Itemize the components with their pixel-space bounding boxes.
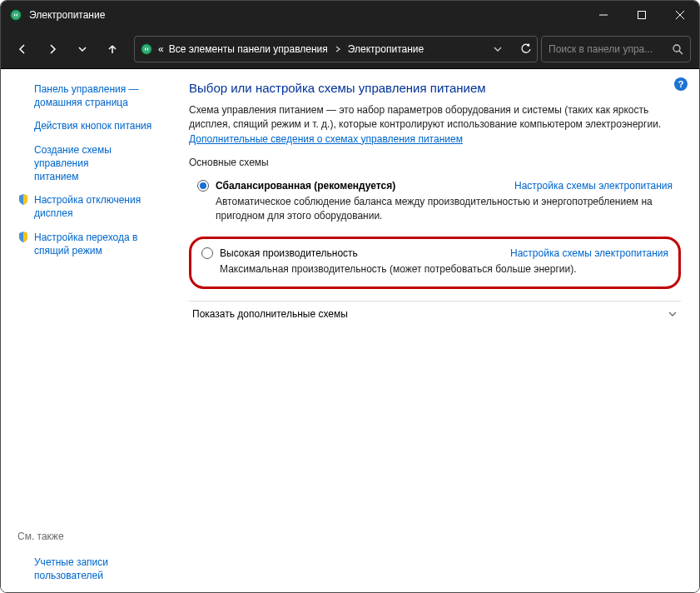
sidebar-label: Учетные записи bbox=[34, 556, 108, 568]
svg-rect-9 bbox=[147, 47, 148, 50]
titlebar: Электропитание bbox=[1, 1, 699, 29]
sidebar-label: питанием bbox=[34, 171, 79, 182]
sidebar-label: дисплея bbox=[34, 207, 72, 219]
minimize-button[interactable] bbox=[584, 1, 623, 29]
refresh-button[interactable] bbox=[520, 43, 532, 55]
up-button[interactable] bbox=[99, 36, 126, 62]
sidebar-label: Настройка отключения bbox=[34, 194, 141, 206]
chevron-down-icon bbox=[668, 309, 678, 319]
back-button[interactable] bbox=[9, 36, 36, 62]
address-bar[interactable]: « Все элементы панели управления Электро… bbox=[134, 36, 538, 62]
show-more-plans[interactable]: Показать дополнительные схемы bbox=[189, 301, 681, 326]
sidebar-label: Создание схемы управления bbox=[34, 144, 112, 169]
shield-icon bbox=[17, 231, 29, 243]
sidebar-label: домашняя страница bbox=[34, 97, 128, 108]
sidebar-label: пользователей bbox=[34, 570, 103, 581]
sidebar: Панель управления —домашняя страница Дей… bbox=[1, 69, 176, 592]
desc-text: Схема управления питанием — это набор па… bbox=[189, 104, 661, 130]
power-app-icon bbox=[140, 42, 153, 56]
sidebar-item-power-buttons[interactable]: Действия кнопок питания bbox=[17, 119, 166, 132]
svg-rect-8 bbox=[145, 47, 146, 50]
window-title: Электропитание bbox=[29, 9, 584, 21]
recent-dropdown[interactable] bbox=[69, 36, 96, 62]
search-input[interactable] bbox=[549, 43, 665, 55]
plan-description: Максимальная производительность (может п… bbox=[220, 262, 668, 277]
navigation-bar: « Все элементы панели управления Электро… bbox=[1, 29, 699, 69]
plan-balanced-radio[interactable] bbox=[197, 180, 209, 192]
expander-label: Показать дополнительные схемы bbox=[192, 308, 348, 320]
breadcrumb-part[interactable]: Все элементы панели управления bbox=[169, 43, 328, 55]
sidebar-home[interactable]: Панель управления —домашняя страница bbox=[17, 82, 166, 109]
plans-section-label: Основные схемы bbox=[189, 157, 681, 168]
sidebar-label: Панель управления — bbox=[34, 83, 139, 95]
search-box[interactable] bbox=[541, 36, 691, 62]
help-icon[interactable]: ? bbox=[674, 77, 688, 91]
main-pane: ? Выбор или настройка схемы управления п… bbox=[176, 69, 699, 592]
close-button[interactable] bbox=[661, 1, 699, 29]
breadcrumb-part[interactable]: Электропитание bbox=[348, 43, 424, 55]
search-icon[interactable] bbox=[672, 43, 683, 55]
learn-more-link[interactable]: Дополнительные сведения о схемах управле… bbox=[189, 133, 463, 145]
plan-name[interactable]: Высокая производительность bbox=[220, 247, 358, 259]
sidebar-label: Настройка перехода в bbox=[34, 232, 137, 243]
sidebar-item-create-plan[interactable]: Создание схемы управленияпитанием bbox=[17, 143, 166, 184]
shield-icon bbox=[17, 193, 29, 206]
plan-name[interactable]: Сбалансированная (рекомендуется) bbox=[216, 180, 395, 192]
power-app-icon bbox=[9, 8, 22, 22]
svg-point-7 bbox=[141, 44, 151, 54]
svg-rect-1 bbox=[14, 14, 15, 17]
chevron-right-icon bbox=[333, 46, 343, 52]
plan-description: Автоматическое соблюдение баланса между … bbox=[216, 195, 673, 223]
plan-high-performance: Высокая производительность Настройка схе… bbox=[189, 237, 681, 289]
sidebar-label: Действия кнопок питания bbox=[34, 119, 151, 132]
chevron-down-icon[interactable] bbox=[494, 45, 502, 53]
plan-high-performance-radio[interactable] bbox=[201, 247, 213, 259]
sidebar-item-user-accounts[interactable]: Учетные записипользователей bbox=[17, 556, 166, 582]
sidebar-label: спящий режим bbox=[34, 245, 102, 257]
page-description: Схема управления питанием — это набор па… bbox=[189, 103, 681, 147]
svg-point-10 bbox=[673, 45, 680, 52]
forward-button[interactable] bbox=[39, 36, 66, 62]
plan-settings-link[interactable]: Настройка схемы электропитания bbox=[510, 247, 668, 259]
plan-settings-link[interactable]: Настройка схемы электропитания bbox=[514, 180, 673, 192]
sidebar-item-sleep[interactable]: Настройка перехода вспящий режим bbox=[17, 231, 166, 257]
svg-rect-4 bbox=[638, 12, 646, 19]
see-also-label: См. также bbox=[17, 506, 166, 542]
svg-line-11 bbox=[679, 51, 683, 54]
maximize-button[interactable] bbox=[623, 1, 661, 29]
page-title: Выбор или настройка схемы управления пит… bbox=[189, 81, 681, 95]
plan-balanced: Сбалансированная (рекомендуется) Настрой… bbox=[189, 173, 681, 232]
breadcrumb-prefix: « bbox=[158, 43, 164, 55]
svg-point-0 bbox=[11, 10, 21, 20]
content-area: Панель управления —домашняя страница Дей… bbox=[1, 69, 699, 592]
svg-rect-2 bbox=[17, 14, 17, 17]
sidebar-item-display-off[interactable]: Настройка отключениядисплея bbox=[17, 193, 166, 220]
